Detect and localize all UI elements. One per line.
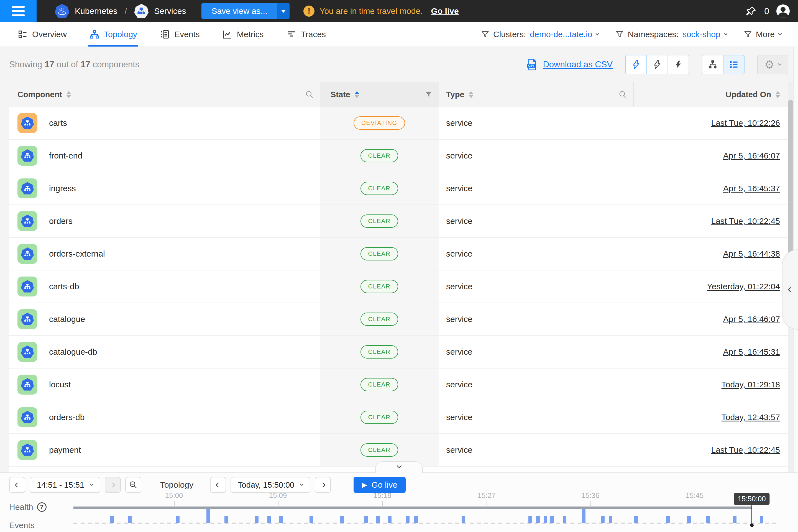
tab-events[interactable]: Events — [160, 22, 200, 46]
table-row[interactable]: carts-db CLEAR service Yesterday, 01:22:… — [9, 270, 788, 303]
component-icon — [17, 277, 37, 297]
time-range-select[interactable]: 14:51 - 15:51 — [30, 477, 100, 493]
component-name[interactable]: carts — [49, 118, 67, 128]
bolt-outline-blue-button[interactable] — [625, 55, 647, 74]
filter-more[interactable]: More — [744, 30, 781, 39]
range-forward-button[interactable] — [105, 477, 121, 493]
save-view-as-label[interactable]: Save view as... — [202, 3, 277, 19]
table-row[interactable]: catalogue-db CLEAR service Apr 5, 16:45:… — [9, 336, 788, 368]
service-hepta-icon — [21, 182, 34, 195]
component-name[interactable]: payment — [49, 445, 81, 455]
column-header-type[interactable]: Type — [439, 82, 634, 107]
updated-on-link[interactable]: Apr 5, 16:46:07 — [723, 315, 780, 324]
list-view-button[interactable] — [723, 55, 744, 74]
event-bar — [376, 516, 380, 523]
event-bar — [309, 516, 313, 523]
component-name[interactable]: ingress — [49, 184, 76, 193]
tab-topology[interactable]: Topology — [90, 22, 137, 46]
component-name[interactable]: orders-db — [49, 413, 84, 422]
component-name[interactable]: front-end — [49, 151, 82, 160]
updated-on-link[interactable]: Apr 5, 16:44:38 — [723, 249, 780, 259]
download-csv-label[interactable]: Download as CSV — [543, 60, 613, 70]
table-row[interactable]: ingress CLEAR service Apr 5, 16:45:37 — [9, 172, 788, 205]
table-row[interactable]: carts DEVIATING service Last Tue, 10:22:… — [9, 107, 788, 140]
table-row[interactable]: orders-db CLEAR service Today, 12:43:57 — [9, 401, 788, 434]
filter-namespaces[interactable]: Namespaces: sock-shop — [615, 30, 727, 39]
filter-namespaces-value[interactable]: sock-shop — [682, 30, 720, 39]
event-bar — [176, 516, 179, 523]
state-filter-icon[interactable] — [425, 91, 433, 98]
bolt-outline-dark-button[interactable] — [646, 55, 668, 74]
service-hepta-icon — [21, 313, 34, 326]
search-icon[interactable] — [619, 90, 627, 99]
updated-on-link[interactable]: Today, 12:43:57 — [722, 413, 780, 422]
component-name[interactable]: orders-external — [49, 249, 105, 259]
updated-on-link[interactable]: Apr 5, 16:45:31 — [723, 347, 780, 357]
updated-on-link[interactable]: Apr 5, 16:45:37 — [723, 184, 780, 193]
range-back-button[interactable] — [9, 477, 25, 493]
save-view-dropdown-caret[interactable] — [277, 3, 289, 19]
search-icon[interactable] — [305, 90, 314, 99]
hamburger-menu-button[interactable] — [0, 0, 37, 22]
warning-icon: ! — [303, 5, 315, 17]
updated-on-link[interactable]: Today, 01:29:18 — [722, 380, 780, 389]
tab-traces[interactable]: Traces — [286, 22, 326, 46]
table-row[interactable]: front-end CLEAR service Apr 5, 16:46:07 — [9, 140, 788, 172]
save-view-as-button[interactable]: Save view as... — [202, 3, 289, 19]
updated-on-link[interactable]: Last Tue, 10:22:45 — [711, 445, 780, 455]
component-name[interactable]: carts-db — [49, 282, 79, 291]
zoom-out-button[interactable] — [125, 477, 141, 493]
filter-clusters-value[interactable]: demo-de...tate.io — [530, 30, 592, 39]
table-settings-button[interactable]: ⚙ — [757, 55, 788, 74]
tab-overview[interactable]: Overview — [18, 22, 67, 46]
table-row[interactable]: orders CLEAR service Last Tue, 10:22:45 — [9, 205, 788, 238]
column-header-state[interactable]: State — [320, 82, 439, 107]
updated-on-link[interactable]: Apr 5, 16:46:07 — [723, 151, 780, 160]
time-back-button[interactable] — [210, 477, 226, 493]
updated-on-link[interactable]: Last Tue, 10:22:26 — [711, 118, 780, 128]
type-cell: service — [446, 282, 472, 291]
tab-topology-label: Topology — [104, 30, 137, 39]
updated-on-link[interactable]: Last Tue, 10:22:45 — [711, 216, 780, 226]
breadcrumb-app[interactable]: Kubernetes — [75, 6, 117, 16]
column-header-updated-on[interactable]: Updated On — [634, 82, 788, 107]
health-status-bar[interactable] — [73, 507, 752, 509]
tab-metrics[interactable]: Metrics — [223, 22, 264, 46]
table-row[interactable]: catalogue CLEAR service Apr 5, 16:46:07 — [9, 303, 788, 336]
go-live-button[interactable]: ▶ Go live — [354, 477, 406, 493]
pin-icon[interactable] — [745, 5, 757, 17]
breadcrumb-view[interactable]: Services — [154, 6, 186, 16]
component-name[interactable]: locust — [49, 380, 71, 389]
topology-view-button[interactable] — [702, 55, 723, 74]
sort-icon[interactable] — [776, 91, 780, 98]
right-panel-expand-handle[interactable] — [782, 249, 798, 330]
time-travel-warning: ! You are in time travel mode. Go live — [303, 5, 459, 17]
go-live-link[interactable]: Go live — [431, 6, 459, 16]
funnel-icon — [744, 30, 752, 39]
sort-icon[interactable] — [469, 91, 473, 98]
download-csv-link[interactable]: CSV Download as CSV — [526, 58, 613, 71]
time-forward-button[interactable] — [315, 477, 331, 493]
sort-icon-active[interactable] — [355, 91, 359, 98]
component-name[interactable]: catalogue — [49, 315, 85, 324]
sort-icon[interactable] — [66, 91, 71, 98]
component-name[interactable]: orders — [49, 216, 73, 226]
timeline-collapse-tab[interactable] — [375, 461, 423, 473]
state-badge: CLEAR — [360, 214, 398, 228]
event-bar — [536, 516, 540, 523]
state-badge: CLEAR — [360, 411, 398, 424]
tick-label: 15:09 — [269, 491, 287, 500]
bolt-filled-button[interactable] — [667, 55, 689, 74]
updated-on-link[interactable]: Yesterday, 01:22:04 — [707, 282, 780, 291]
user-avatar[interactable] — [776, 4, 790, 18]
marker-dot[interactable] — [750, 524, 754, 527]
filter-clusters[interactable]: Clusters: demo-de...tate.io — [481, 30, 599, 39]
component-icon — [17, 342, 37, 362]
table-row[interactable]: orders-external CLEAR service Apr 5, 16:… — [9, 238, 788, 270]
column-header-component[interactable]: Component — [9, 82, 320, 107]
help-icon[interactable]: ? — [37, 502, 46, 512]
table-row[interactable]: locust CLEAR service Today, 01:29:18 — [9, 368, 788, 401]
filter-more-label: More — [756, 30, 775, 39]
timestamp-select[interactable]: Today, 15:50:00 — [230, 477, 310, 493]
component-name[interactable]: catalogue-db — [49, 347, 97, 357]
